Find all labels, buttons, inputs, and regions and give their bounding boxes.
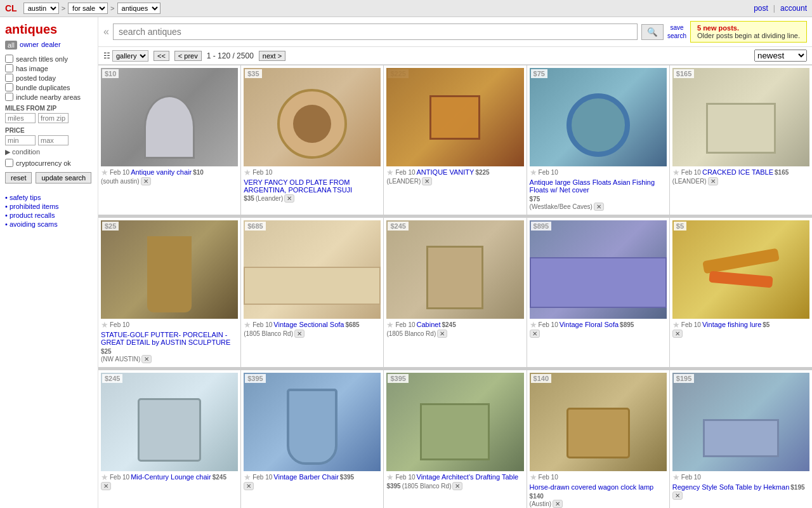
bundle-dupes-input[interactable]: [5, 83, 13, 91]
item-link[interactable]: ANTIQUE VANITY: [417, 168, 475, 176]
remove-tag[interactable]: ✕: [553, 500, 563, 508]
checkbox-bundle-dupes[interactable]: bundle duplicates: [5, 83, 93, 91]
item-link[interactable]: Antique vanity chair: [131, 168, 192, 176]
search-button[interactable]: 🔍: [641, 24, 664, 40]
category-type-select[interactable]: for sale: [68, 3, 108, 14]
item-link[interactable]: Vintage Sectional Sofa: [273, 321, 344, 328]
list-item[interactable]: $245 ★ Feb 10 Mid-Century Lounge chair $…: [98, 370, 240, 508]
save-search[interactable]: savesearch: [667, 23, 686, 40]
checkbox-nearby[interactable]: include nearby areas: [5, 93, 93, 101]
remove-tag[interactable]: ✕: [141, 355, 152, 363]
item-link[interactable]: Antique large Glass Floats Asian Fishing…: [530, 178, 667, 194]
list-item[interactable]: $25 ★ Feb 10 STATUE-GOLF PUTTER- PORCELA…: [98, 218, 240, 367]
post-link[interactable]: post: [754, 4, 768, 13]
favorite-icon[interactable]: ★: [672, 472, 680, 482]
list-item[interactable]: $140 ★ Feb 10 Horse-drawn covered wagon …: [527, 370, 669, 508]
list-item[interactable]: $75 ★ Feb 10 Antique large Glass Floats …: [527, 65, 669, 215]
category-select[interactable]: antiques: [117, 3, 160, 14]
list-item[interactable]: $35 ★ Feb 10 VERY FANCY OLD PLATE FROM A…: [241, 65, 383, 215]
price-min-input[interactable]: [5, 135, 36, 145]
list-item[interactable]: $685 ★ Feb 10 Vintage Sectional Sofa $68…: [241, 218, 383, 367]
checkbox-posted-today[interactable]: posted today: [5, 74, 93, 82]
item-link[interactable]: Vintage Architect's Drafting Table: [417, 473, 519, 481]
avoiding-scams-link[interactable]: avoiding scams: [5, 220, 93, 228]
reset-button[interactable]: reset: [5, 172, 32, 184]
remove-tag[interactable]: ✕: [594, 203, 604, 211]
favorite-icon[interactable]: ★: [530, 168, 537, 177]
miles-input[interactable]: [5, 113, 36, 123]
list-item[interactable]: $165 ★ Feb 10 CRACKED ICE TABLE $165 (LE…: [670, 65, 812, 215]
update-search-button[interactable]: update search: [36, 172, 91, 184]
product-recalls-link[interactable]: product recalls: [5, 211, 93, 219]
list-item[interactable]: $895 ★ Feb 10 Vintage Floral Sofa $895 ✕: [527, 218, 669, 367]
has-image-input[interactable]: [5, 64, 13, 72]
checkbox-has-image[interactable]: has image: [5, 64, 93, 72]
favorite-icon[interactable]: ★: [672, 320, 680, 330]
checkbox-crypto[interactable]: cryptocurrency ok: [5, 159, 93, 167]
remove-tag[interactable]: ✕: [422, 177, 432, 185]
nearby-input[interactable]: [5, 93, 13, 101]
view-dropdown[interactable]: gallery list map: [112, 50, 148, 62]
favorite-icon[interactable]: ★: [530, 472, 537, 482]
condition-collapsible[interactable]: ▶ condition: [5, 148, 93, 156]
favorite-icon[interactable]: ★: [386, 320, 394, 330]
search-input[interactable]: [113, 23, 638, 40]
tab-dealer[interactable]: dealer: [41, 41, 61, 50]
item-link[interactable]: STATUE-GOLF PUTTER- PORCELAIN -GREAT DET…: [101, 331, 238, 346]
prev-button[interactable]: < prev: [174, 51, 202, 61]
list-item[interactable]: $245 ★ Feb 10 Cabinet $245 (1805 Blanco …: [384, 218, 526, 367]
price-max-input[interactable]: [38, 135, 69, 145]
titles-only-input[interactable]: [5, 55, 13, 63]
item-link[interactable]: Vintage fishing lure: [702, 321, 761, 328]
remove-tag[interactable]: ✕: [244, 482, 254, 490]
first-page-button[interactable]: <<: [154, 51, 169, 61]
item-link[interactable]: Vintage Barber Chair: [273, 473, 339, 481]
item-link[interactable]: Vintage Floral Sofa: [560, 321, 619, 328]
favorite-icon[interactable]: ★: [244, 472, 251, 482]
posted-today-input[interactable]: [5, 74, 13, 82]
sort-dropdown[interactable]: newest oldest price asc price desc: [754, 50, 807, 62]
favorite-icon[interactable]: ★: [386, 168, 394, 177]
remove-tag[interactable]: ✕: [101, 482, 111, 490]
next-button[interactable]: next >: [259, 51, 285, 61]
prohibited-items-link[interactable]: prohibited items: [5, 203, 93, 210]
collapse-icon[interactable]: «: [103, 26, 109, 37]
remove-tag[interactable]: ✕: [672, 491, 683, 500]
list-item[interactable]: $395 ★ Feb 10 Vintage Barber Chair $395 …: [241, 370, 383, 508]
list-item[interactable]: $195 ★ Feb 10 Regency Style Sofa Table b…: [670, 370, 812, 508]
list-item[interactable]: $225 ★ Feb 10 ANTIQUE VANITY $225 (LEAND…: [384, 65, 526, 215]
favorite-icon[interactable]: ★: [101, 168, 108, 177]
zip-input[interactable]: [38, 113, 69, 123]
remove-tag[interactable]: ✕: [530, 330, 540, 338]
favorite-icon[interactable]: ★: [672, 168, 680, 177]
checkbox-titles-only[interactable]: search titles only: [5, 55, 93, 63]
tab-all[interactable]: all: [5, 41, 17, 50]
list-item[interactable]: $10 ★ Feb 10 Antique vanity chair $10 (s…: [98, 65, 240, 215]
crypto-input[interactable]: [5, 159, 13, 167]
favorite-icon[interactable]: ★: [244, 320, 251, 330]
remove-tag[interactable]: ✕: [294, 330, 304, 338]
item-link[interactable]: Cabinet: [417, 321, 441, 328]
remove-tag[interactable]: ✕: [437, 330, 447, 338]
favorite-icon[interactable]: ★: [530, 320, 537, 330]
remove-tag[interactable]: ✕: [452, 482, 462, 490]
list-item[interactable]: $5 ★ Feb 10 Vintage fishing lure $5 ✕: [670, 218, 812, 367]
account-link[interactable]: account: [780, 4, 807, 13]
favorite-icon[interactable]: ★: [101, 320, 108, 330]
item-link[interactable]: CRACKED ICE TABLE: [702, 168, 773, 176]
item-link[interactable]: VERY FANCY OLD PLATE FROM ARGENTINA, POR…: [244, 178, 381, 194]
item-link[interactable]: Regency Style Sofa Table by Hekman: [672, 483, 789, 491]
list-item[interactable]: $395 ★ Feb 10 Vintage Architect's Drafti…: [384, 370, 526, 508]
favorite-icon[interactable]: ★: [101, 472, 108, 482]
tab-owner[interactable]: owner: [20, 41, 39, 50]
favorite-icon[interactable]: ★: [244, 168, 251, 177]
location-select[interactable]: austin: [23, 3, 59, 14]
item-link[interactable]: Horse-drawn covered wagon clock lamp: [530, 483, 654, 491]
remove-tag[interactable]: ✕: [141, 177, 151, 185]
remove-tag[interactable]: ✕: [672, 330, 683, 338]
safety-tips-link[interactable]: safety tips: [5, 194, 93, 201]
remove-tag[interactable]: ✕: [284, 194, 294, 203]
item-link[interactable]: Mid-Century Lounge chair: [131, 473, 211, 481]
favorite-icon[interactable]: ★: [386, 472, 394, 482]
remove-tag[interactable]: ✕: [708, 177, 718, 185]
